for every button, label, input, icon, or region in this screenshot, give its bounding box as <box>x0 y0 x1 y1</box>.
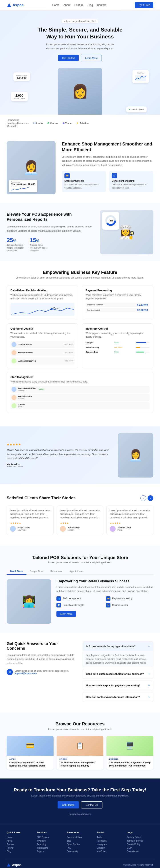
footer-quicklinks-title: Quick Links <box>7 831 33 834</box>
nav-cta-button[interactable]: Try It Free <box>135 2 153 8</box>
loyalty-avatar-3 <box>11 359 17 363</box>
staff-info-2: Hannah Smith Cashier <box>18 395 32 400</box>
nav-link-home[interactable]: Home <box>52 4 59 7</box>
faq-contact-email[interactable]: support@axpos.com <box>15 672 69 675</box>
footer-service-inventory[interactable]: Inventory <box>37 840 63 842</box>
resources-grid: 💳 Axpos Contactless Payments: The New No… <box>7 736 153 770</box>
footer-legal-gdpr[interactable]: GDPR <box>127 847 153 849</box>
brand-leafo: ⬡ Leafo <box>33 122 43 125</box>
stories-title: Satisfied Clients Share Their Stories <box>7 496 75 500</box>
footer-grid: Quick Links Home About Feature Pricing B… <box>7 831 153 854</box>
loyalty-avatar-2 <box>11 350 17 355</box>
features-grid: Data-Driven Decision-Making We help you … <box>7 285 153 413</box>
tab-single-store[interactable]: Single Store <box>27 568 47 575</box>
footer-social-youtube[interactable]: YouTube <box>97 850 123 853</box>
footer-resource-community[interactable]: Community <box>67 850 93 853</box>
resources-title: Browse Our Resources <box>7 721 153 726</box>
footer-link-about[interactable]: About <box>7 840 33 842</box>
logo-icon <box>7 3 11 7</box>
footer-resource-blog[interactable]: Blog <box>67 840 93 842</box>
loyalty-pts-2: 1,940 points <box>64 351 73 353</box>
feature-card-inventory: Inventory Control We help you in maintai… <box>82 323 153 368</box>
footer-legal-compliance[interactable]: Compliance <box>127 850 153 853</box>
resource-card-1[interactable]: 💳 Axpos Contactless Payments: The New No… <box>7 736 54 770</box>
resource-card-2[interactable]: 📋 Others The Future of Retail Management… <box>57 736 103 770</box>
footer-legal-privacy[interactable]: Privacy Policy <box>127 836 153 838</box>
resource-tag-2: Others <box>59 758 101 760</box>
staff-item-1: Dulce DICKERSON Manager Active <box>10 386 150 393</box>
inv-stock-3: Stock <box>114 351 125 353</box>
footer-service-integrations[interactable]: Integrations <box>37 847 63 849</box>
footer-social-facebook[interactable]: Facebook <box>97 840 123 842</box>
enhance-feature-payments: 💳 Smooth Payments Duis aute irure dolor … <box>62 171 106 192</box>
contact-email-icon: ✉ <box>7 669 13 675</box>
story-card-3: Lorem ipsum dolor sit amet, conse ctetur… <box>106 505 153 535</box>
nav-link-about[interactable]: About <box>63 4 70 7</box>
feature-data-chart: Peak <box>10 303 74 316</box>
footer-col-resources: Resources Documentation Blog Case Studie… <box>67 831 93 854</box>
footer-resource-cases[interactable]: Case Studies <box>67 843 93 845</box>
footer-service-pos[interactable]: POS System <box>37 836 63 838</box>
footer-social-twitter[interactable]: Twitter <box>97 836 123 838</box>
testimonial-role: Restaurant Owner <box>7 466 113 468</box>
solutions-title: Tailored POS Solutions for Your Unique S… <box>7 555 153 560</box>
faq-item-2-header[interactable]: Can I get a customised solution for my b… <box>83 669 153 679</box>
resource-card-3[interactable]: 🖥️ Business The Evolution of POS Systems… <box>106 736 153 770</box>
footer-service-support[interactable]: Support <box>37 850 63 853</box>
cta-contact-button[interactable]: Contact Us <box>81 801 102 808</box>
stories-grid: Lorem ipsum dolor sit amet, conse ctetur… <box>7 505 153 535</box>
loyalty-pts-3: 960 points <box>65 360 73 362</box>
faq-left: Get Quick Answers to Your Concerns Lorem… <box>7 642 77 704</box>
feature2-title: Convenient shopping <box>112 180 151 182</box>
stories-section: Satisfied Clients Share Their Stories ‹ … <box>0 489 160 542</box>
tab-restaurant[interactable]: Restaurant <box>47 568 66 575</box>
faq-section: Get Quick Answers to Your Concerns Lorem… <box>0 632 160 713</box>
faq-chevron-4: + <box>148 695 150 699</box>
faq-item-3: How secure is Axpos for payment processi… <box>83 681 153 690</box>
footer-link-pricing[interactable]: Pricing <box>7 847 33 849</box>
footer-legal-cookie[interactable]: Cookie Policy <box>127 843 153 845</box>
nav-logo[interactable]: Axpos <box>7 3 24 7</box>
footer-link-home[interactable]: Home <box>7 836 33 838</box>
feature-staff-title: Staff Management <box>10 376 150 379</box>
faq-item-3-header[interactable]: How secure is Axpos for payment processi… <box>83 681 153 690</box>
footer-service-reporting[interactable]: Reporting <box>37 843 63 845</box>
footer-social-instagram[interactable]: Instagram <box>97 843 123 845</box>
footer-social-linkedin[interactable]: LinkedIn <box>97 847 123 849</box>
footer-resource-docs[interactable]: Documentation <box>67 836 93 838</box>
footer-link-blog[interactable]: Blog <box>7 850 33 853</box>
footer-resource-faq[interactable]: FAQ <box>67 847 93 849</box>
hero-learn-more-button[interactable]: Learn More <box>81 55 102 61</box>
tab-appointment[interactable]: Appointment <box>66 568 87 575</box>
faq-chevron-3: + <box>148 683 150 687</box>
footer-link-feature[interactable]: Feature <box>7 843 33 845</box>
stories-prev-button[interactable]: ‹ <box>140 495 146 501</box>
faq-item-4: How do I contact Axpos for more informat… <box>83 692 153 702</box>
testimonial-stars: ★★★★★ <box>7 443 113 446</box>
tab-image: 👩‍💻 <box>7 579 51 624</box>
staff-role-2: Cashier <box>18 398 32 400</box>
nav-link-contact[interactable]: Contact <box>97 4 106 7</box>
staff-name-2: Hannah Smith <box>18 395 32 398</box>
tab-multi-store[interactable]: Multi Store <box>7 568 27 575</box>
faq-item-4-header[interactable]: How do I contact Axpos for more informat… <box>83 692 153 702</box>
stories-next-button[interactable]: › <box>148 495 153 501</box>
payment-amount-2: $ 1,022.99 <box>137 309 148 311</box>
story-author-3: Juanita Cook Paris <box>110 526 150 532</box>
elevate-stat-1: 25% Sales performance insights with bigg… <box>7 237 25 252</box>
footer-quicklinks-list: Home About Feature Pricing Blog <box>7 836 33 853</box>
faq-item-1-header[interactable]: Is Axpos suitable for my type of busines… <box>83 642 153 651</box>
resource-tag-3: Business <box>109 758 151 760</box>
enhance-feature-shopping: 🛒 Convenient shopping Duis aute irure do… <box>109 171 153 192</box>
tab-learn-more-button[interactable]: Learn More <box>57 611 76 617</box>
footer-legal-terms[interactable]: Terms of Service <box>127 840 153 842</box>
nav-link-blog[interactable]: Blog <box>88 4 93 7</box>
faq-chevron-2: + <box>148 672 150 676</box>
hero-get-started-button[interactable]: Get Started <box>58 55 79 61</box>
nav-link-feature[interactable]: Feature <box>74 4 84 7</box>
cta-description: Lorem ipsum dolor sit amet, consectetur … <box>7 794 153 797</box>
shopping-icon: 🛒 <box>112 173 117 178</box>
hero-section: ✦ Leap ranges from all our plans The Sim… <box>0 10 160 115</box>
cta-get-started-button[interactable]: Get Started <box>58 801 79 808</box>
svg-point-4 <box>51 308 53 309</box>
